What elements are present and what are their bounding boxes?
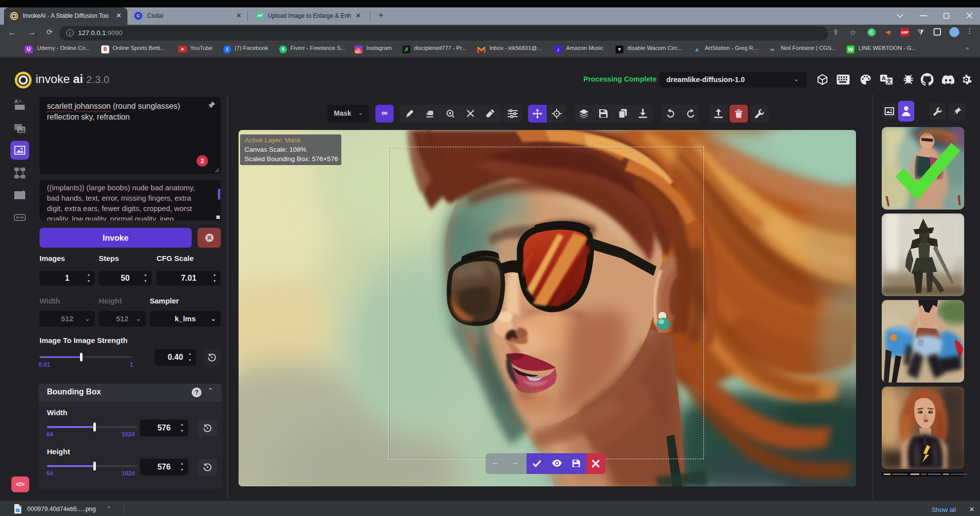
- svg-text:A: A: [19, 99, 22, 103]
- svg-text:文: 文: [886, 78, 892, 84]
- svg-text:A: A: [882, 75, 886, 81]
- svg-text:A: A: [14, 98, 18, 104]
